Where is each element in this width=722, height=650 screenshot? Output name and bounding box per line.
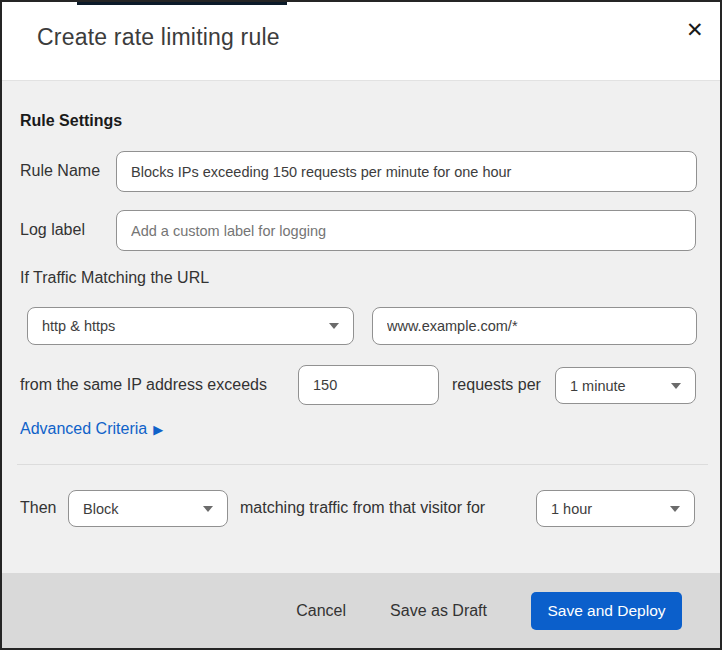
action-middle-text: matching traffic from that visitor for: [240, 499, 485, 517]
chevron-down-icon: [203, 506, 213, 512]
scheme-select[interactable]: http & https: [27, 307, 354, 345]
save-as-draft-button[interactable]: Save as Draft: [390, 602, 487, 620]
chevron-down-icon: [671, 383, 681, 389]
modal-header: Create rate limiting rule ✕: [2, 2, 720, 81]
period-select[interactable]: 1 minute: [555, 367, 696, 404]
scheme-select-value: http & https: [42, 318, 115, 334]
advanced-criteria-link[interactable]: Advanced Criteria ▶: [20, 420, 163, 438]
log-label-input[interactable]: [116, 210, 696, 251]
chevron-down-icon: [329, 323, 339, 329]
chevron-down-icon: [670, 506, 680, 512]
duration-select-value: 1 hour: [551, 501, 592, 517]
threshold-prefix-text: from the same IP address exceeds: [20, 376, 267, 394]
url-pattern-input[interactable]: [372, 307, 697, 345]
request-threshold-input[interactable]: [298, 365, 439, 405]
save-and-deploy-button[interactable]: Save and Deploy: [531, 592, 682, 630]
log-label-label: Log label: [20, 221, 85, 239]
modal-title: Create rate limiting rule: [37, 24, 280, 51]
cancel-button[interactable]: Cancel: [296, 602, 346, 620]
create-rate-limiting-rule-modal: Create rate limiting rule ✕ Rule Setting…: [0, 0, 722, 650]
then-label: Then: [20, 499, 56, 517]
traffic-match-heading: If Traffic Matching the URL: [20, 269, 209, 287]
requests-per-text: requests per: [452, 376, 541, 394]
duration-select[interactable]: 1 hour: [536, 490, 695, 527]
rule-settings-heading: Rule Settings: [20, 112, 122, 130]
action-select-value: Block: [83, 501, 118, 517]
modal-footer: Cancel Save as Draft Save and Deploy: [2, 573, 720, 648]
section-divider: [17, 464, 708, 465]
period-select-value: 1 minute: [570, 378, 626, 394]
rule-name-label: Rule Name: [20, 162, 100, 180]
close-icon[interactable]: ✕: [682, 15, 708, 44]
advanced-criteria-label: Advanced Criteria: [20, 420, 147, 438]
background-page-strip: [77, 2, 287, 5]
expand-arrow-icon: ▶: [153, 422, 163, 437]
action-select[interactable]: Block: [68, 490, 228, 527]
rule-name-input[interactable]: [116, 151, 697, 192]
